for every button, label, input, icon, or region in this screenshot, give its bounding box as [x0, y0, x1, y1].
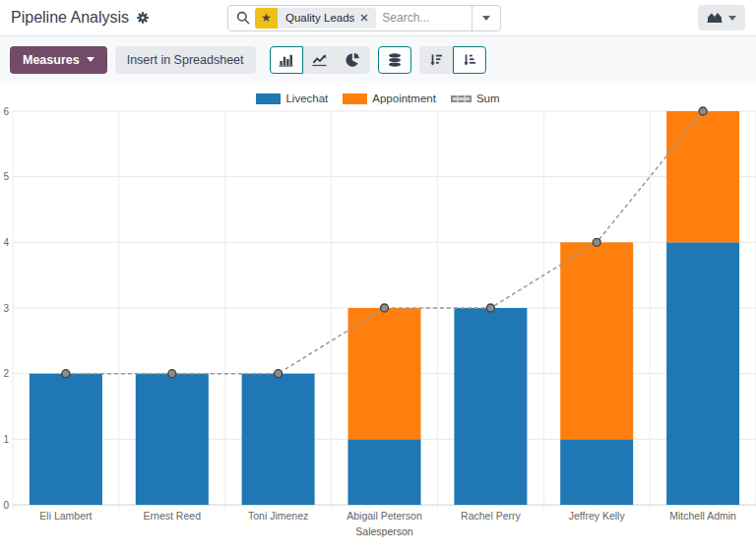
sort-ascending-button[interactable]	[453, 46, 486, 74]
graph-toolbar: Measures Insert in Spreadsheet	[0, 36, 756, 83]
star-icon: ★	[255, 8, 278, 29]
svg-text:Salesperson: Salesperson	[355, 525, 413, 537]
pipeline-chart: LivechatAppointmentSum 0123456Eli Lamber…	[0, 83, 756, 555]
svg-text:Toni Jimenez: Toni Jimenez	[248, 510, 308, 522]
chevron-down-icon	[87, 57, 94, 62]
svg-text:Abigail Peterson: Abigail Peterson	[346, 510, 422, 522]
facet-label: Quality Leads	[285, 12, 354, 24]
stacked-button[interactable]	[378, 46, 411, 74]
legend-item[interactable]: Livechat	[256, 92, 328, 104]
bar-chart-icon	[279, 53, 293, 67]
sort-descending-button[interactable]	[419, 46, 453, 74]
stacked-icon	[388, 53, 402, 67]
svg-text:6: 6	[3, 106, 9, 117]
legend-swatch	[343, 93, 367, 104]
chart-legend: LivechatAppointmentSum	[0, 83, 756, 106]
pie-chart-icon	[346, 52, 360, 67]
search-bar[interactable]: ★ Quality Leads	[227, 5, 501, 31]
svg-text:Mitchell Admin: Mitchell Admin	[669, 510, 736, 522]
control-panel-header: Pipeline Analysis ★ Q	[0, 0, 756, 36]
svg-text:Eli Lambert: Eli Lambert	[39, 510, 92, 522]
svg-text:Ernest Reed: Ernest Reed	[144, 510, 202, 522]
chevron-down-icon	[728, 16, 736, 21]
insert-in-spreadsheet-button[interactable]: Insert in Spreadsheet	[115, 46, 256, 74]
sort-group	[419, 46, 486, 74]
svg-text:Rachel Perry: Rachel Perry	[461, 510, 521, 522]
legend-swatch	[256, 93, 281, 104]
search-dropdown-toggle[interactable]	[472, 6, 500, 31]
search-input[interactable]	[382, 11, 472, 25]
facet-remove-icon[interactable]	[360, 14, 368, 22]
gear-icon[interactable]	[136, 11, 150, 25]
search-icon	[236, 11, 250, 25]
pie-chart-button[interactable]	[337, 46, 370, 74]
svg-text:0: 0	[3, 500, 9, 511]
legend-item[interactable]: Sum	[451, 92, 500, 104]
sort-ascending-icon	[463, 53, 476, 67]
bar-chart-button[interactable]	[270, 46, 303, 74]
area-chart-icon	[707, 9, 723, 27]
svg-text:1: 1	[3, 434, 9, 445]
measures-label: Measures	[23, 53, 80, 67]
svg-text:3: 3	[3, 303, 9, 314]
line-chart-icon	[312, 53, 327, 67]
page-title: Pipeline Analysis	[11, 9, 129, 27]
line-chart-button[interactable]	[303, 46, 337, 74]
legend-label: Sum	[476, 92, 500, 104]
chevron-down-icon	[482, 16, 490, 21]
legend-item[interactable]: Appointment	[343, 92, 436, 104]
search-facet-favorite[interactable]: ★ Quality Leads	[255, 8, 376, 29]
measures-button[interactable]: Measures	[10, 46, 107, 74]
chart-svg[interactable]: 0123456Eli LambertErnest ReedToni Jimene…	[0, 106, 756, 555]
legend-label: Livechat	[285, 92, 328, 104]
sort-descending-icon	[429, 53, 443, 67]
svg-text:5: 5	[3, 171, 9, 182]
svg-text:Jeffrey Kelly: Jeffrey Kelly	[569, 510, 626, 522]
view-switcher-button[interactable]	[698, 5, 745, 31]
legend-swatch	[451, 95, 472, 102]
svg-text:4: 4	[3, 237, 9, 248]
chart-type-group	[270, 46, 370, 74]
legend-label: Appointment	[372, 92, 436, 104]
svg-text:2: 2	[3, 368, 9, 379]
